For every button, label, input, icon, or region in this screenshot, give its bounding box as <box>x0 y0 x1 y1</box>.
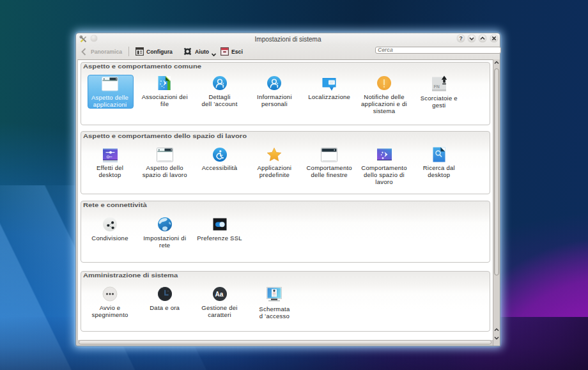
svg-text:?: ? <box>459 35 462 42</box>
svg-text:Aa: Aa <box>215 291 223 298</box>
svg-text:FN: FN <box>433 84 439 89</box>
